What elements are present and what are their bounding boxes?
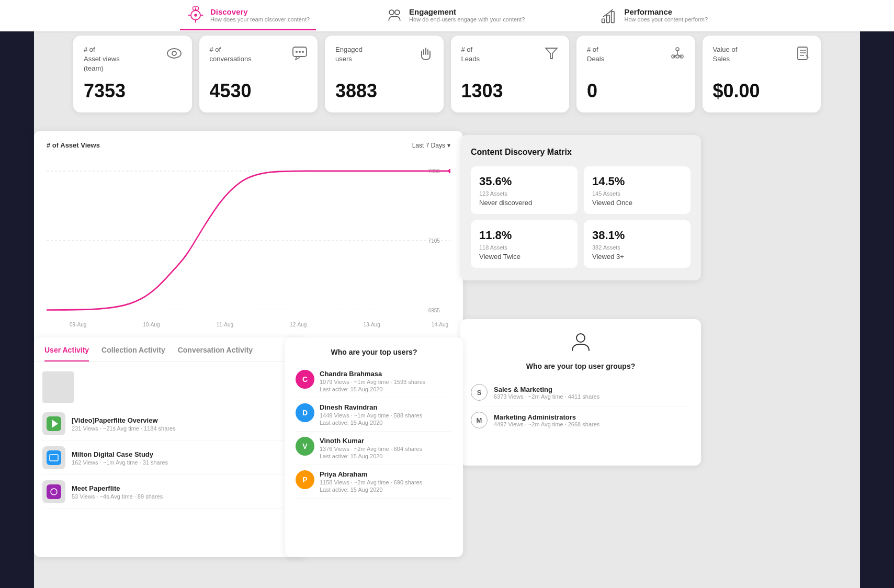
group-item-0: S Sales & Marketing 6373 Views · ~2m Avg… xyxy=(471,379,691,406)
matrix-cell-viewed-twice: 11.8% 118 Assets Viewed Twice xyxy=(471,220,578,268)
user-avatar-2: V xyxy=(296,437,314,456)
svg-rect-46 xyxy=(47,484,61,499)
group-letter-0: S xyxy=(471,384,488,401)
matrix-cell-viewed-once: 14.5% 145 Assets Viewed Once xyxy=(584,166,691,214)
top-users-list: C Chandra Brahmasa 1079 Views · ~1m Avg … xyxy=(296,365,452,499)
user-avatar-3: P xyxy=(296,470,314,489)
nav-item-performance[interactable]: Performance How does your content perfor… xyxy=(594,2,714,30)
user-item-3: P Priya Abraham 1158 Views · ~2m Avg tim… xyxy=(296,465,452,499)
group-info-1: Marketing Administrators 4497 Views · ~2… xyxy=(494,413,599,427)
activity-item-0: [Video]Paperflite Overview 231 Views · ~… xyxy=(42,407,298,441)
hand-icon xyxy=(417,45,434,62)
svg-point-13 xyxy=(172,51,176,55)
group-item-1: M Marketing Administrators 4497 Views · … xyxy=(471,406,691,434)
metric-value-deals: 0 xyxy=(587,74,685,102)
svg-point-48 xyxy=(576,334,585,342)
groups-icon xyxy=(471,330,691,357)
top-users-title: Who are your top users? xyxy=(296,348,452,356)
svg-text:12-Aug: 12-Aug xyxy=(290,322,307,327)
metric-card-asset-views: # ofAsset views(team) 7353 xyxy=(73,36,192,112)
top-groups-panel: Who are your top user groups? S Sales & … xyxy=(460,319,701,466)
user-item-0: C Chandra Brahmasa 1079 Views · ~1m Avg … xyxy=(296,365,452,398)
svg-point-1 xyxy=(194,14,197,16)
matrix-grid: 35.6% 123 Assets Never discovered 14.5% … xyxy=(471,166,691,268)
svg-point-17 xyxy=(302,51,304,53)
svg-point-7 xyxy=(389,10,394,15)
matrix-cell-never-discovered: 35.6% 123 Assets Never discovered xyxy=(471,166,578,214)
top-users-panel: Who are your top users? C Chandra Brahma… xyxy=(285,337,463,557)
metric-label-deals: # ofDeals xyxy=(587,45,650,64)
top-groups-list: S Sales & Marketing 6373 Views · ~2m Avg… xyxy=(471,379,691,434)
performance-icon xyxy=(600,6,619,25)
activity-content: [Video]Paperflite Overview 231 Views · ~… xyxy=(34,362,306,514)
svg-text:11-Aug: 11-Aug xyxy=(217,322,234,327)
metric-card-sales: Value ofSales $0.00 xyxy=(703,36,821,112)
group-info-0: Sales & Marketing 6373 Views · ~2m Avg t… xyxy=(494,386,599,400)
metric-label-engaged-users: Engagedusers xyxy=(335,45,398,64)
user-activity-panel: User Activity Collection Activity Conver… xyxy=(34,337,306,557)
matrix-cell-viewed-3plus: 38.1% 382 Assets Viewed 3+ xyxy=(584,220,691,268)
user-info-2: Vinoth Kumar 1376 Views · ~2m Avg time ·… xyxy=(320,437,422,459)
metric-card-engaged-users: Engagedusers 3883 xyxy=(325,36,444,112)
metrics-row: # ofAsset views(team) 7353 # ofconversat… xyxy=(73,36,821,112)
nav-item-engagement[interactable]: Engagement How do end-users engage with … xyxy=(379,2,531,30)
tab-user-activity[interactable]: User Activity xyxy=(44,337,89,361)
nav-item-discovery[interactable]: Discovery How does your team discover co… xyxy=(180,2,316,30)
user-info-1: Dinesh Ravindran 1449 Views · ~1m Avg ti… xyxy=(320,403,422,426)
user-item-1: D Dinesh Ravindran 1449 Views · ~1m Avg … xyxy=(296,398,452,432)
svg-point-8 xyxy=(395,10,400,15)
metric-label-leads: # ofLeads xyxy=(461,45,524,64)
performance-text: Performance How does your content perfor… xyxy=(624,7,708,22)
metric-value-engaged-users: 3883 xyxy=(335,74,433,102)
left-edge xyxy=(0,0,34,588)
svg-text:14-Aug: 14-Aug xyxy=(432,322,449,327)
metric-value-conversations: 4530 xyxy=(210,74,308,102)
svg-point-35 xyxy=(448,169,450,174)
user-info-0: Chandra Brahmasa 1079 Views · ~1m Avg ti… xyxy=(320,370,425,392)
svg-rect-11 xyxy=(612,11,614,22)
metric-label-conversations: # ofconversations xyxy=(210,45,273,64)
matrix-title: Content Discovery Matrix xyxy=(471,148,691,157)
chart-filter[interactable]: Last 7 Days ▾ xyxy=(412,142,450,149)
discovery-matrix: Content Discovery Matrix 35.6% 123 Asset… xyxy=(460,135,701,280)
activity-tabs: User Activity Collection Activity Conver… xyxy=(34,337,306,362)
activity-thumb-1 xyxy=(42,446,65,469)
activity-item-2: Meet Paperflite 53 Views · ~4s Avg time … xyxy=(42,475,298,509)
svg-point-15 xyxy=(296,51,298,53)
metric-card-conversations: # ofconversations 4530 xyxy=(199,36,318,112)
document-icon xyxy=(795,45,811,62)
chart-svg: 7358 7105 6955 09-Aug 10-Aug 11-Aug 12-A… xyxy=(47,154,450,332)
svg-text:13-Aug: 13-Aug xyxy=(363,322,380,327)
svg-text:09-Aug: 09-Aug xyxy=(70,322,87,327)
eye-icon xyxy=(166,45,183,62)
activity-info-1: Milton Digital Case Study 162 Views · ~1… xyxy=(72,450,168,466)
chat-icon xyxy=(291,45,308,62)
activity-item-1: Milton Digital Case Study 162 Views · ~1… xyxy=(42,441,298,475)
group-letter-1: M xyxy=(471,412,488,428)
svg-text:10-Aug: 10-Aug xyxy=(143,322,160,327)
svg-rect-9 xyxy=(602,19,605,22)
svg-point-18 xyxy=(676,48,679,51)
top-groups-title: Who are your top user groups? xyxy=(471,362,691,370)
discovery-text: Discovery How does your team discover co… xyxy=(210,7,310,22)
user-item-2: V Vinoth Kumar 1376 Views · ~2m Avg time… xyxy=(296,432,452,465)
svg-rect-10 xyxy=(607,15,609,22)
svg-point-16 xyxy=(299,51,301,53)
metric-value-leads: 1303 xyxy=(461,74,559,102)
tab-conversation-activity[interactable]: Conversation Activity xyxy=(178,337,253,361)
svg-text:6955: 6955 xyxy=(428,307,440,313)
discovery-icon xyxy=(186,6,205,25)
chart-header: # of Asset Views Last 7 Days ▾ xyxy=(47,141,450,149)
tab-collection-activity[interactable]: Collection Activity xyxy=(101,337,165,361)
user-avatar-0: C xyxy=(296,370,314,389)
right-edge xyxy=(860,0,894,588)
metric-value-asset-views: 7353 xyxy=(84,74,182,102)
metric-card-deals: # ofDeals 0 xyxy=(576,36,695,112)
chart-title: # of Asset Views xyxy=(47,141,100,149)
chart-area: 7358 7105 6955 09-Aug 10-Aug 11-Aug 12-A… xyxy=(47,154,450,332)
svg-rect-25 xyxy=(798,47,807,60)
funnel-icon xyxy=(543,45,560,62)
metric-label-asset-views: # ofAsset views(team) xyxy=(84,45,146,74)
chart-section: # of Asset Views Last 7 Days ▾ 7358 7105… xyxy=(34,131,463,350)
svg-text:7105: 7105 xyxy=(428,238,440,244)
